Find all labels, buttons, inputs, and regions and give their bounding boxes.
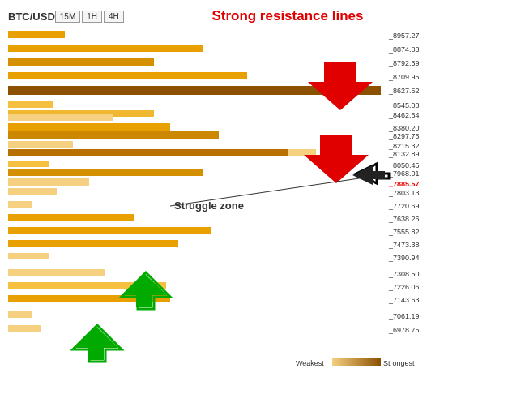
bar-row: [8, 31, 65, 38]
price-8215: _8215.32: [388, 142, 420, 150]
price-7803: _7803.13: [388, 189, 420, 197]
price-7390: _7390.94: [388, 254, 420, 262]
price-8545: _8545.08: [388, 101, 420, 109]
price-8874: _8874.83: [388, 45, 420, 54]
price-8462: _8462.64: [388, 111, 420, 119]
weak-support-label: Weak support: [150, 368, 220, 370]
red-arrow-1: [308, 62, 373, 110]
price-7638: _7638.26: [388, 215, 420, 223]
legend-strongest-label: Strongest: [383, 359, 415, 367]
price-7885: _7885.57: [388, 180, 420, 188]
bar-row: [8, 269, 105, 276]
bar-row: [8, 178, 89, 186]
price-8709: _8709.95: [388, 73, 420, 81]
price-7061: _7061.19: [388, 312, 420, 320]
bar-row: [8, 101, 53, 108]
price-8957: _8957.27: [388, 32, 420, 40]
tf-1h-button[interactable]: 1H: [82, 11, 102, 23]
bar-row: [8, 131, 219, 139]
bar-row: [8, 149, 316, 156]
bar-row: [8, 114, 113, 121]
timeframe-buttons: 15M 1H 4H: [55, 11, 124, 23]
price-7720: _7720.69: [388, 202, 420, 210]
bar-row: [8, 201, 32, 208]
price-7308: _7308.50: [388, 270, 420, 278]
bar-row: [8, 45, 203, 52]
price-8132: _8132.89: [388, 150, 420, 158]
pair-label: BTC/USD: [8, 11, 55, 23]
bar-row: [8, 141, 73, 148]
price-8627: _8627.52: [388, 87, 420, 95]
bar-row: [8, 161, 49, 167]
bar-row: [8, 227, 211, 234]
chart-title: Strong resistance lines: [124, 8, 451, 24]
legend-weakest-label: Weakest: [296, 359, 324, 367]
price-7226: _7226.06: [388, 283, 420, 291]
price-8050: _8050.45: [388, 161, 420, 169]
green-arrow-2-filled: [73, 326, 118, 360]
struggle-zone-line: [170, 178, 365, 206]
bar-row: [8, 72, 247, 79]
price-8297: _8297.76: [388, 132, 420, 140]
chart-area: _8957.27 _8874.83 _8792.39 _8709.95 _862…: [8, 29, 451, 370]
price-8792: _8792.39: [388, 59, 420, 67]
bar-row: [8, 325, 41, 332]
price-8380: _8380.20: [388, 124, 420, 132]
tf-4h-button[interactable]: 4H: [104, 11, 124, 23]
price-7968: _7968.01: [388, 169, 420, 178]
black-arrow-filled: [352, 165, 385, 185]
bars-area: _8957.27 _8874.83 _8792.39 _8709.95 _862…: [8, 29, 451, 370]
price-6978: _6978.75: [388, 326, 420, 334]
bar-row: [8, 169, 203, 176]
header: BTC/USD 15M 1H 4H Strong resistance line…: [8, 8, 451, 24]
bar-row: [8, 214, 134, 221]
bar-row: [8, 123, 170, 131]
chart-container: BTC/USD 15M 1H 4H Strong resistance line…: [0, 0, 508, 420]
bar-row: [8, 240, 178, 247]
bar-row: [8, 253, 49, 259]
struggle-zone-label: Struggle zone: [174, 199, 244, 212]
bar-row: [8, 311, 32, 318]
bar-row: [8, 188, 57, 195]
tf-15m-button[interactable]: 15M: [55, 11, 80, 23]
bar-row: [8, 58, 154, 66]
legend-gradient: [332, 358, 381, 366]
price-7143: _7143.63: [388, 296, 420, 304]
price-7473: _7473.38: [388, 241, 420, 249]
chart-svg: _8957.27 _8874.83 _8792.39 _8709.95 _862…: [8, 29, 451, 370]
price-7555: _7555.82: [388, 228, 420, 236]
